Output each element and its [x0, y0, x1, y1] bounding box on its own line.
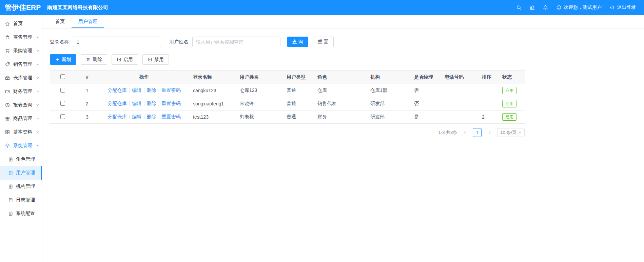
sidebar-menu: 首页零售管理采购管理销售管理仓库管理财务管理报表查询商品管理基本资料系统管理角色…: [0, 17, 42, 220]
chevron-down-icon: [36, 117, 39, 120]
cell-login-name: test123: [190, 110, 236, 124]
sidebar-item-system[interactable]: 系统管理: [0, 139, 42, 153]
prev-page-button[interactable]: [461, 128, 469, 137]
sidebar-item-reports[interactable]: 报表查询: [0, 98, 42, 112]
op-delete-link[interactable]: 删除: [147, 114, 156, 119]
enable-button[interactable]: 启用: [112, 54, 138, 65]
sidebar-item-label: 财务管理: [13, 88, 32, 95]
sidebar-subitem-label: 用户管理: [16, 170, 35, 176]
row-checkbox[interactable]: [60, 114, 65, 119]
welcome-user[interactable]: 欢迎您，测试用户: [556, 4, 602, 11]
bell-icon[interactable]: [543, 5, 548, 11]
table-row[interactable]: 2分配仓库|编辑|删除|重置密码songxiaofeng1宋晓锋普通销售代表研发…: [50, 97, 525, 110]
basic-data-icon: [5, 129, 10, 135]
report-icon: [5, 102, 10, 108]
cell-sort: [479, 84, 499, 97]
op-delete-link[interactable]: 删除: [147, 101, 156, 106]
op-separator: |: [143, 114, 145, 119]
op-separator: |: [158, 114, 160, 119]
search-button[interactable]: 查 询: [287, 37, 308, 47]
column-header: 机构: [367, 70, 411, 84]
tab-user-management[interactable]: 用户管理: [72, 15, 104, 28]
sidebar-item-label: 报表查询: [13, 102, 32, 108]
disable-button-label: 禁用: [154, 57, 164, 63]
sidebar-item-purchase[interactable]: 采购管理: [0, 44, 42, 58]
select-all-checkbox[interactable]: [60, 74, 65, 79]
sidebar-item-label: 零售管理: [13, 34, 32, 40]
purchase-icon: [5, 48, 10, 54]
op-assign-warehouse-link[interactable]: 分配仓库: [108, 114, 127, 119]
column-header: #: [76, 70, 99, 84]
reset-button[interactable]: 重 置: [313, 37, 334, 47]
sidebar-item-sales[interactable]: 销售管理: [0, 58, 42, 71]
doc-icon: [8, 170, 13, 176]
op-edit-link[interactable]: 编辑: [132, 114, 141, 119]
sidebar-subitem-config[interactable]: 系统配置: [0, 207, 42, 220]
sidebar-subitem-logs[interactable]: 日志管理: [0, 193, 42, 207]
topbar-right: 欢迎您，测试用户 退出登录: [516, 4, 644, 11]
add-button[interactable]: 新增: [50, 54, 76, 65]
row-checkbox[interactable]: [60, 88, 65, 93]
delete-button[interactable]: 删除: [81, 54, 107, 65]
page-size-value: 10 条/页: [500, 129, 516, 136]
table-row[interactable]: 1分配仓库|编辑|删除|重置密码cangku123仓库123普通仓库仓库1部否启…: [50, 84, 525, 97]
cell-role: 财务: [314, 110, 367, 124]
warehouse-icon: [5, 75, 10, 81]
disable-button[interactable]: 禁用: [142, 54, 169, 65]
op-assign-warehouse-link[interactable]: 分配仓库: [108, 101, 127, 106]
op-separator: |: [129, 101, 130, 106]
doc-icon: [8, 157, 13, 162]
search-icon[interactable]: [516, 5, 522, 11]
row-index: 1: [76, 84, 99, 97]
op-reset-password-link[interactable]: 重置密码: [161, 87, 180, 93]
cell-sort: [479, 97, 499, 110]
app-logo: 管伊佳ERP: [0, 3, 42, 12]
sidebar-item-label: 商品管理: [13, 116, 32, 122]
gear-icon: [5, 143, 10, 148]
cell-role: 仓库: [314, 84, 367, 97]
enable-button-label: 启用: [123, 57, 133, 63]
cell-is-manager: 否: [411, 84, 441, 97]
op-reset-password-link[interactable]: 重置密码: [161, 114, 180, 119]
page-size-select[interactable]: 10 条/页: [497, 128, 525, 137]
op-delete-link[interactable]: 删除: [147, 87, 156, 93]
logout-button[interactable]: 退出登录: [609, 4, 636, 11]
sidebar-subitem-orgs[interactable]: 机构管理: [0, 180, 42, 193]
company-name: 南通某某网络科技有限公司: [47, 4, 108, 11]
sidebar-item-goods[interactable]: 商品管理: [0, 112, 42, 125]
cell-phone: [441, 110, 479, 124]
tab-home[interactable]: 首页: [48, 15, 72, 28]
chevron-down-icon: [36, 90, 39, 93]
op-assign-warehouse-link[interactable]: 分配仓库: [108, 87, 127, 93]
row-checkbox[interactable]: [60, 101, 65, 106]
filter-row: 登录名称: 用户姓名: 查 询 重 置: [50, 37, 644, 47]
home-bank-icon[interactable]: [529, 5, 535, 11]
sidebar-item-home[interactable]: 首页: [0, 17, 42, 31]
op-edit-link[interactable]: 编辑: [132, 101, 141, 106]
layout: 首页零售管理采购管理销售管理仓库管理财务管理报表查询商品管理基本资料系统管理角色…: [0, 15, 644, 262]
login-name-input[interactable]: [73, 37, 161, 47]
sidebar-subitem-roles[interactable]: 角色管理: [0, 153, 42, 166]
pagination-total: 1-3 共3条: [438, 129, 457, 136]
op-reset-password-link[interactable]: 重置密码: [161, 101, 180, 106]
sidebar-subitem-users[interactable]: 用户管理: [0, 166, 42, 180]
page-number-button[interactable]: 1: [473, 128, 482, 137]
chevron-down-icon: [36, 76, 39, 80]
table-row[interactable]: 3分配仓库|编辑|删除|重置密码test123刘老根普通财务研发部是2启用: [50, 110, 525, 124]
status-badge[interactable]: 启用: [502, 113, 516, 121]
status-badge[interactable]: 启用: [502, 87, 516, 94]
sidebar-item-basic-data[interactable]: 基本资料: [0, 125, 42, 139]
chevron-down-icon: [36, 63, 39, 66]
op-separator: |: [143, 101, 145, 106]
add-button-label: 新增: [62, 57, 71, 63]
user-name-input[interactable]: [192, 37, 280, 47]
sidebar-item-finance[interactable]: 财务管理: [0, 85, 42, 98]
sidebar-item-warehouse[interactable]: 仓库管理: [0, 71, 42, 85]
next-page-button[interactable]: [485, 128, 494, 137]
sidebar-item-retail[interactable]: 零售管理: [0, 31, 42, 44]
op-separator: |: [158, 87, 160, 93]
sidebar-item-label: 仓库管理: [13, 75, 32, 81]
op-edit-link[interactable]: 编辑: [132, 87, 141, 93]
goods-icon: [5, 116, 10, 121]
status-badge[interactable]: 启用: [502, 100, 516, 107]
